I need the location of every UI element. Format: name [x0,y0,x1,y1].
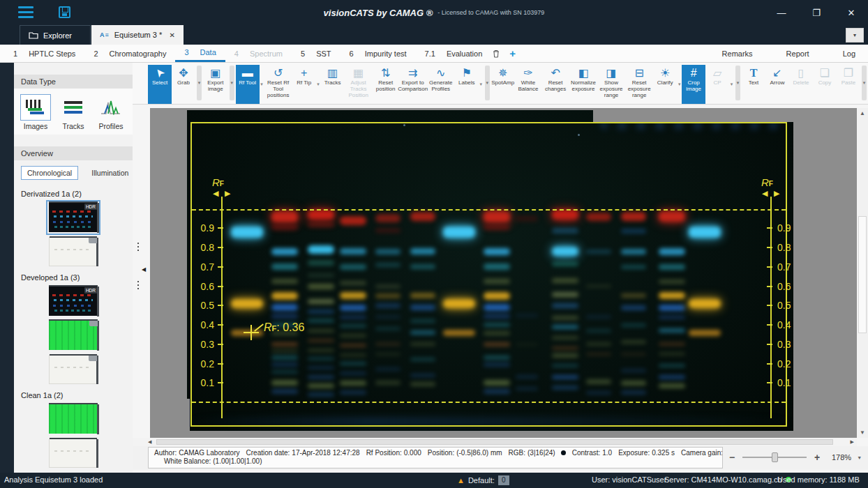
rf-scale-left-arrow-icon[interactable]: ◀ [213,190,218,197]
nav-report[interactable]: Report [786,49,809,58]
warning-icon: ▲ [457,476,465,485]
toolbar-dropdown-icon[interactable]: ▾ [316,65,321,104]
toolbar-separator[interactable]: ▾ [485,66,490,100]
toolbar-labels-button[interactable]: ⚑Labels [455,65,479,104]
image-viewer-canvas[interactable]: RF◀▶0.90.80.70.60.50.40.30.20.1 RF◀▶0.90… [150,108,857,438]
status-memory: Used memory: 1188 MB [777,475,860,484]
step-hptlc-steps[interactable]: 1HPTLC Steps [4,45,84,62]
toolbar-export-to-comparison-button[interactable]: ⇉Export to Comparison [399,65,427,104]
thumbnail-derivatized-1a-2-1[interactable]: HDR [49,203,98,232]
add-step-button[interactable]: + [509,45,516,62]
tab-document[interactable]: A≡ Equisetum 3 * ✕ [91,25,184,45]
rf-tick-label: 0.1 [190,377,214,388]
rf-scale-left-arrow-icon[interactable]: ◀ [762,190,768,197]
toolbar-rf-tool-button[interactable]: ▬Rf Tool [236,65,260,104]
toolbar-generate-profiles-button[interactable]: ∿Generate Profiles [427,65,455,104]
toolbar-crop-image-button[interactable]: #Crop image [682,65,705,104]
scroll-up-icon[interactable]: ▲ [857,110,868,116]
delete-icon: ▯ [798,66,805,79]
zoom-out-icon[interactable]: − [727,452,737,463]
toolbar-tracks-button[interactable]: ▥Tracks [321,65,345,104]
toolbar-dropdown-icon[interactable]: ▾ [729,65,734,104]
thumbnail-clean-1a-2-2[interactable] [49,439,98,468]
data-type-profiles[interactable]: Profiles [93,94,128,130]
rf-tick-label: 0.4 [190,319,214,330]
toolbar-separator[interactable]: ▾ [862,66,867,100]
nav-remarks[interactable]: Remarks [722,49,753,58]
toolbar-dropdown-icon[interactable]: ▾ [677,65,682,104]
scroll-right-icon[interactable]: ▶ [851,438,854,446]
tab-close-icon[interactable]: ✕ [170,31,175,39]
toolbar-reset-changes-button[interactable]: ↶Reset changes [541,65,569,104]
toolbar-show-exposure-range-button[interactable]: ◨Show exposure range [597,65,625,104]
thumbnail-developed-1a-3-2[interactable] [49,321,98,350]
zoom-level-value[interactable]: 178% [832,453,851,462]
horizontal-scrollbar-thumb[interactable] [156,439,833,445]
toolbar-arrow-button[interactable]: ↙Arrow [765,65,789,104]
step-evaluation[interactable]: 7.1Evaluation [416,45,492,62]
toolbar-export-image-button[interactable]: ▣Export image [203,65,228,104]
toolbar-rf-tip-button[interactable]: +Rf Tip [292,65,316,104]
default-count-badge[interactable]: 0 [498,475,509,485]
minimize-button[interactable]: — [775,8,788,18]
toolbar-dropdown-icon[interactable]: ▾ [479,65,484,104]
tab-explorer[interactable]: Explorer [20,25,91,45]
toolbar-clarify-button[interactable]: ☀Clarify [653,65,677,104]
rf-scale-right-line[interactable] [770,197,772,418]
rf-scale-right-arrow-icon[interactable]: ▶ [774,190,779,197]
data-type-images[interactable]: Images [18,94,53,130]
labels-icon: ⚑ [462,66,472,79]
horizontal-scrollbar[interactable]: ◀ ▶ [133,438,857,446]
thumbnail-clean-1a-2-1[interactable] [49,404,98,434]
toolbar-reset-exposure-range-button[interactable]: ⊟Reset exposure range [625,65,653,104]
toolbar-separator[interactable]: ▾ [735,66,740,100]
thumbnail-developed-1a-3-1[interactable]: HDR [49,287,98,316]
toolbar-grab-button[interactable]: ✥Grab [172,65,195,104]
toolbar-select-button[interactable]: ➤Select [148,65,172,104]
step-impurity-test[interactable]: 6Impurity test [341,45,416,62]
toolbar-button-label: Export image [205,80,226,93]
toolbar-spotamp-button[interactable]: ✵SpotAmp [491,65,515,104]
overview-toggle-chronological[interactable]: Chronological [21,166,78,180]
collapse-sidebar-icon[interactable]: ◀ [142,266,146,273]
toolbar-reset-rf-tool-positions-button[interactable]: ↺Reset Rf Tool positions [264,65,292,104]
rf-tick-label: 0.2 [777,358,791,369]
rf-scale-left-line[interactable] [221,197,223,418]
zoom-slider[interactable] [742,457,807,458]
toolbar-dropdown-icon[interactable]: ▾ [260,65,264,104]
zoom-slider-thumb[interactable] [772,452,778,462]
nav-log[interactable]: Log [843,49,855,58]
toolbar-separator[interactable]: ▾ [197,66,202,100]
step-sst[interactable]: 5SST [292,45,341,62]
thumbnail-derivatized-1a-2-2[interactable] [49,237,98,266]
data-type-tracks[interactable]: Tracks [56,94,91,130]
step-navigation: 1HPTLC Steps2Chromatography3Data4Spectru… [0,45,868,63]
ribbon-collapse-icon[interactable]: ▾ [846,28,864,43]
toolbar-text-button[interactable]: TText [742,65,765,104]
rf-marker-crosshair[interactable] [250,325,252,340]
scroll-left-icon[interactable]: ◀ [148,438,151,446]
close-button[interactable]: ✕ [844,8,858,18]
splitter-handle[interactable] [137,243,140,253]
overview-toggle-illumination[interactable]: Illumination [85,166,133,180]
info-field-label: Exposure: [618,449,650,457]
crop-region-rectangle[interactable] [190,122,787,427]
toolbar-normalize-exposure-button[interactable]: ◧Normalize exposure [569,65,597,104]
toolbar-reset-position-button[interactable]: ⇅Reset position [373,65,399,104]
scroll-down-icon[interactable]: ▼ [857,429,868,436]
thumbnail-developed-1a-3-3[interactable] [49,355,98,384]
trash-icon[interactable] [493,49,500,58]
step-data[interactable]: 3Data [175,45,225,62]
restore-button[interactable]: ❐ [809,8,823,18]
rf-scale-right-arrow-icon[interactable]: ▶ [225,190,230,197]
toolbar-separator[interactable]: ▾ [230,66,234,100]
zoom-in-icon[interactable]: + [812,452,822,463]
step-spectrum[interactable]: 4Spectrum [225,45,292,62]
zoom-dropdown-icon[interactable]: ▼ [857,455,862,460]
step-chromatography[interactable]: 2Chromatography [84,45,175,62]
vertical-scrollbar-thumb[interactable] [858,216,867,333]
vertical-scrollbar[interactable]: ▲ ▼ [857,108,868,438]
profiles-icon [96,94,126,121]
toolbar-white-balance-button[interactable]: ✑White Balance [515,65,542,104]
splitter-handle[interactable] [137,281,140,291]
